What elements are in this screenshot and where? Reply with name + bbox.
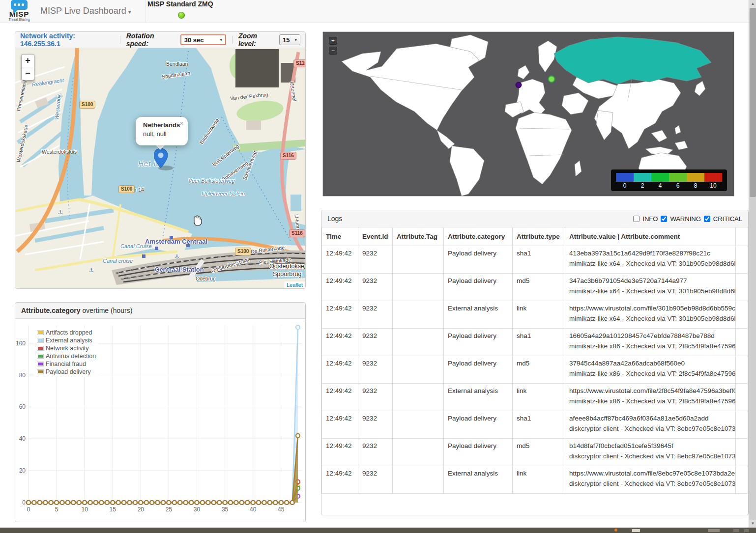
map-zoom-in-button[interactable]: + bbox=[22, 55, 34, 67]
log-row: 12:49:429232Payload deliverysha1413eba39… bbox=[322, 246, 748, 273]
close-icon[interactable]: × bbox=[179, 119, 184, 127]
legend-swatch bbox=[37, 338, 44, 343]
network-activity-title[interactable]: Network activity: 146.255.36.1 bbox=[20, 32, 114, 48]
logs-column-header: Event.id bbox=[358, 227, 393, 246]
taskbar-item[interactable] bbox=[733, 529, 739, 532]
svg-text:80: 80 bbox=[19, 372, 26, 379]
taskbar-item[interactable] bbox=[744, 529, 749, 532]
log-cell bbox=[393, 328, 444, 356]
log-cell: 9232 bbox=[358, 411, 393, 438]
filter-checkbox-critical[interactable] bbox=[704, 216, 710, 222]
taskbar-item[interactable] bbox=[708, 529, 720, 532]
world-map-marker bbox=[549, 76, 555, 83]
attribute-value: https://www.virustotal.com/file/301b905e… bbox=[569, 305, 731, 312]
attribute-value: https://www.virustotal.com/file/2f8c54f9… bbox=[569, 387, 731, 394]
zoom-level-select[interactable]: 15▾ bbox=[279, 34, 300, 45]
log-cell: 12:49:42 bbox=[322, 383, 358, 411]
logs-panel: Logs INFOWARNINGCRITICAL TimeEvent.idAtt… bbox=[321, 210, 749, 515]
misp-logo[interactable]: MISP Threat Sharing bbox=[5, 0, 33, 23]
svg-text:60: 60 bbox=[19, 403, 26, 410]
log-row: 12:49:429232Payload deliverysha116605a4a… bbox=[322, 328, 748, 356]
anchor-icon: ⚓ bbox=[89, 267, 94, 274]
map-label: IJpleinveer IJplein bbox=[202, 191, 245, 196]
svg-text:20: 20 bbox=[19, 467, 26, 474]
log-cell: 9232 bbox=[358, 273, 393, 301]
map-label: Westerdoksluis bbox=[42, 149, 77, 155]
zoom-level-label: Zoom level: bbox=[238, 32, 275, 48]
log-cell: 12:49:42 bbox=[322, 273, 358, 301]
svg-text:100: 100 bbox=[16, 340, 26, 347]
attribute-comment: diskcryptor client - Xchecked via VT: 8e… bbox=[569, 425, 731, 432]
logs-title: Logs bbox=[327, 215, 342, 223]
world-map-legend: 0246810 bbox=[611, 169, 727, 191]
map-label: Canal cruise bbox=[103, 258, 133, 264]
log-row: 12:49:429232External analysislinkhttps:/… bbox=[322, 466, 748, 493]
zmq-title: MISP Standard ZMQ bbox=[147, 0, 213, 8]
scrollbar-thumb[interactable] bbox=[750, 8, 756, 197]
attribute-comment: mimikatz-like x86 - Xchecked via VT: 2f8… bbox=[569, 370, 731, 377]
log-cell bbox=[393, 466, 444, 493]
log-cell: sha1 bbox=[513, 411, 565, 438]
log-value-cell: https://www.virustotal.com/file/8ebc97e0… bbox=[565, 466, 736, 493]
log-cell: 9232 bbox=[358, 438, 393, 466]
legend-swatch bbox=[37, 346, 44, 351]
logs-column-header: Attribute.Tag bbox=[393, 227, 444, 246]
attribute-comment: mimikatz-like x64 - Xchecked via VT: 301… bbox=[569, 315, 731, 322]
network-activity-panel: Network activity: 146.255.36.1 Rotation … bbox=[15, 31, 306, 289]
road-badge: S116 bbox=[289, 229, 305, 237]
map-zoom-out-button[interactable]: − bbox=[22, 67, 34, 80]
taskbar[interactable] bbox=[0, 528, 756, 533]
log-cell bbox=[393, 246, 444, 273]
world-zoom-in-button[interactable]: + bbox=[329, 37, 337, 45]
svg-text:0: 0 bbox=[22, 499, 26, 506]
svg-text:15: 15 bbox=[110, 506, 116, 513]
road-badge: S100 bbox=[79, 101, 95, 109]
log-cell: Payload delivery bbox=[444, 328, 513, 356]
road-badge: S100 bbox=[118, 185, 135, 193]
logs-column-header: Time bbox=[322, 227, 358, 246]
scroll-up-button[interactable]: ▲ bbox=[749, 0, 756, 8]
attribute-comment: diskcryptor client - Xchecked via VT: 8e… bbox=[569, 480, 731, 487]
logs-column-header: Attribute.value | Attribute.comment bbox=[565, 227, 736, 246]
misp-logo-subtext: Threat Sharing bbox=[5, 18, 33, 21]
log-cell bbox=[393, 356, 444, 383]
log-row: 12:49:429232Payload deliverymd5b14d8faf7… bbox=[322, 438, 748, 466]
log-cell: 12:49:42 bbox=[322, 411, 358, 438]
log-cell: External analysis bbox=[444, 301, 513, 328]
filter-label: INFO bbox=[642, 215, 658, 223]
svg-text:30: 30 bbox=[194, 506, 201, 513]
attribute-value: 37945c44a897aa42a66adcab68f560e0 bbox=[569, 360, 731, 367]
filter-checkbox-warning[interactable] bbox=[661, 216, 667, 222]
log-value-cell: 413eba3973a15c1a6429d9f170f3e8287f98c21c… bbox=[565, 246, 736, 273]
world-map-panel[interactable]: + − 0246810 bbox=[322, 31, 734, 196]
leaflet-map[interactable]: BundlaanSpadinalaanVan der PekbrugBadhui… bbox=[15, 48, 305, 288]
leaflet-attribution-link[interactable]: Leaflet bbox=[284, 281, 305, 288]
log-cell: link bbox=[513, 466, 565, 493]
rotation-speed-select[interactable]: 30 sec▾ bbox=[180, 34, 226, 45]
log-cell: link bbox=[513, 383, 565, 411]
popup-coords: null, null bbox=[143, 130, 188, 138]
scroll-down-button[interactable]: ▼ bbox=[749, 520, 756, 528]
filter-label: WARNING bbox=[670, 215, 700, 223]
map-label: Bundlaan bbox=[166, 61, 188, 67]
log-cell: link bbox=[513, 301, 565, 328]
chevron-down-icon: ▾ bbox=[128, 8, 131, 15]
dashboard-title-dropdown[interactable]: MISP Live Dashboard▾ bbox=[40, 6, 131, 16]
log-cell: External analysis bbox=[444, 383, 513, 411]
map-marker-icon[interactable] bbox=[154, 148, 168, 169]
attribute-value: b14d8faf7f0cbcfad051cefe5f39645f bbox=[569, 442, 731, 449]
attribute-value: 16605a4a29a101208457c47ebfde788487be788d bbox=[569, 332, 731, 339]
attribute-comment: mimikatz-like x64 - Xchecked via VT: 301… bbox=[569, 287, 731, 295]
vertical-scrollbar[interactable]: ▲ ▼ bbox=[749, 0, 756, 528]
filter-checkbox-info[interactable] bbox=[633, 216, 640, 222]
map-label: Centraal Station bbox=[155, 266, 204, 273]
logs-column-header: Attribute.type bbox=[513, 227, 565, 246]
world-zoom-out-button[interactable]: − bbox=[329, 47, 337, 55]
log-cell: 9232 bbox=[358, 301, 393, 328]
attribute-comment: diskcryptor client - Xchecked via VT: 8e… bbox=[569, 452, 731, 460]
taskbar-item[interactable] bbox=[632, 529, 640, 532]
map-label: Odebrug bbox=[196, 276, 216, 281]
legend-swatch bbox=[37, 362, 44, 366]
log-cell bbox=[393, 383, 444, 411]
log-cell: 9232 bbox=[358, 466, 393, 493]
